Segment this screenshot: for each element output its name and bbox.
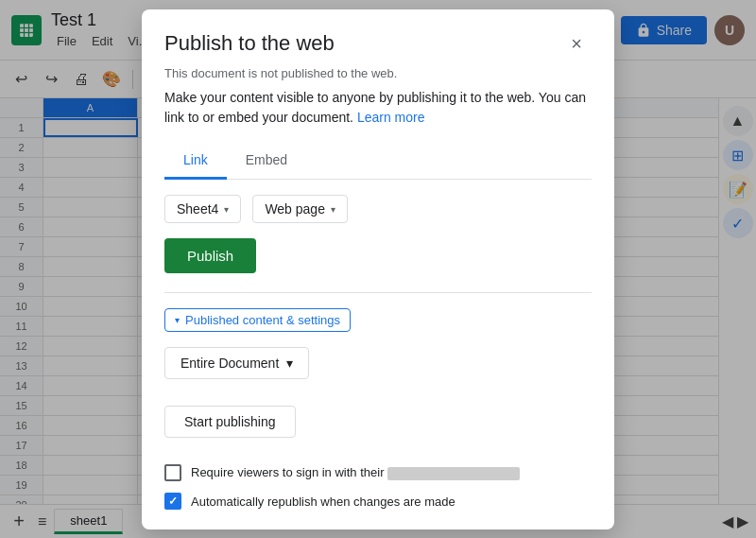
sheet-dropdown-label: Sheet4 [177,201,218,217]
modal-title: Publish to the web [164,31,335,56]
format-dropdown-label: Web page [265,201,325,217]
checkbox-row-republish: Automatically republish when changes are… [164,493,592,510]
modal-header: Publish to the web × [142,9,614,66]
publish-modal: Publish to the web × This document is no… [142,9,614,529]
learn-more-link[interactable]: Learn more [357,110,425,125]
checkbox-signin[interactable] [164,464,181,481]
settings-toggle-button[interactable]: ▾ Published content & settings [164,308,351,332]
modal-overlay: Publish to the web × This document is no… [0,0,756,538]
checkbox-republish[interactable] [164,493,181,510]
publish-button[interactable]: Publish [164,238,256,273]
blurred-domain-text [387,467,520,480]
checkbox-row-signin: Require viewers to sign in with their [164,464,592,481]
entire-doc-chevron-icon: ▾ [286,356,293,371]
modal-subtitle: This document is not published to the we… [164,66,592,80]
entire-doc-dropdown[interactable]: Entire Document ▾ [164,347,309,379]
modal-description: Make your content visible to anyone by p… [164,88,592,128]
checkbox-signin-label: Require viewers to sign in with their [191,465,520,480]
checkbox-republish-label: Automatically republish when changes are… [191,495,455,509]
tab-bar: Link Embed [164,143,592,180]
settings-toggle-label: Published content & settings [185,313,340,327]
dropdowns-row: Sheet4 ▾ Web page ▾ [164,195,592,223]
format-dropdown-chevron: ▾ [331,204,335,215]
format-dropdown[interactable]: Web page ▾ [252,195,348,223]
sheet-dropdown-chevron: ▾ [224,204,229,215]
start-publishing-button[interactable]: Start publishing [164,406,296,438]
modal-close-button[interactable]: × [561,28,592,59]
tab-embed[interactable]: Embed [227,143,306,180]
sheet-dropdown[interactable]: Sheet4 ▾ [164,195,241,223]
modal-body: This document is not published to the we… [142,66,614,529]
entire-doc-label: Entire Document [180,356,279,371]
tab-link[interactable]: Link [164,143,227,180]
modal-divider [164,292,592,293]
settings-triangle-icon: ▾ [175,315,180,325]
